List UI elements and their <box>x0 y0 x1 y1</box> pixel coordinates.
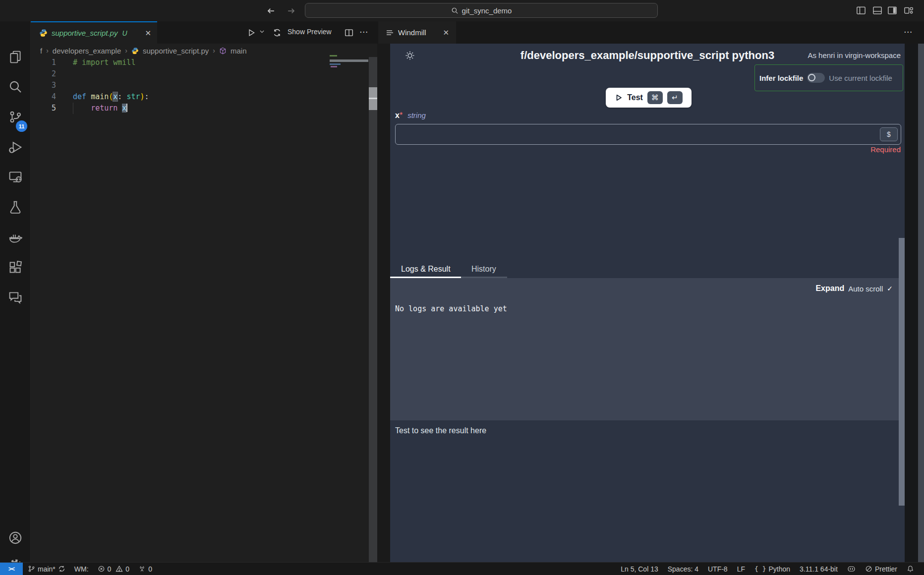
vscode-window: git_sync_demo 11 <box>0 0 924 575</box>
tab-label: supportive_script.py <box>52 29 117 37</box>
warning-count: 0 <box>125 565 129 573</box>
symbol-cube-icon <box>219 47 227 55</box>
remote-explorer-icon[interactable] <box>8 170 22 184</box>
webview-scrollbar-thumb[interactable] <box>899 238 905 506</box>
toggle-knob <box>808 74 815 81</box>
error-count: 0 <box>108 565 112 573</box>
tab-supportive-script[interactable]: supportive_script.py U ✕ <box>31 21 157 44</box>
split-editor-icon[interactable] <box>345 28 353 37</box>
git-branch-item[interactable]: main* <box>28 565 65 573</box>
test-button-label: Test <box>627 93 643 102</box>
toggle-secondary-sidebar-icon[interactable] <box>887 5 897 15</box>
code-editor[interactable]: 1# import wmill234def main(x: str):5 ret… <box>31 57 369 562</box>
ports-item[interactable]: 0 <box>138 565 152 573</box>
check-icon[interactable]: ✓ <box>887 285 893 292</box>
toggle-panel-icon[interactable] <box>872 5 882 15</box>
breadcrumb-separator: › <box>125 47 127 55</box>
windmill-tab-bar: Windmill ✕ ⋯ <box>378 21 924 44</box>
tab-git-status: U <box>122 29 127 37</box>
auto-scroll-label[interactable]: Auto scroll <box>848 285 883 293</box>
code-line[interactable]: 5 return x <box>31 103 369 114</box>
enter-key-icon: ↵ <box>667 91 683 104</box>
run-dropdown-chevron-icon[interactable] <box>259 28 265 37</box>
breadcrumb-file[interactable]: supportive_script.py <box>143 47 209 55</box>
error-icon <box>98 565 105 573</box>
customize-layout-icon[interactable] <box>904 5 914 15</box>
code-line[interactable]: 2 <box>31 68 369 80</box>
open-changes-icon[interactable] <box>273 28 282 37</box>
tab-logs-result[interactable]: Logs & Result <box>401 265 451 274</box>
windmill-webview: f/developers_example/supportive_script p… <box>390 44 905 562</box>
test-button[interactable]: Test ⌘ ↵ <box>606 88 692 108</box>
tab-close-icon[interactable]: ✕ <box>145 29 151 38</box>
arg-input[interactable] <box>395 124 901 145</box>
line-col-item[interactable]: Ln 5, Col 13 <box>621 565 658 573</box>
warning-icon <box>116 565 123 573</box>
editor-more-actions-icon[interactable]: ⋯ <box>359 27 368 37</box>
expand-button[interactable]: Expand <box>815 284 844 293</box>
breadcrumb: f › developers_example › supportive_scri… <box>31 44 377 58</box>
breadcrumb-separator: › <box>213 47 215 55</box>
tab-close-icon[interactable]: ✕ <box>443 28 449 37</box>
run-context: As henri in virgin-workspace <box>808 51 901 59</box>
run-debug-icon[interactable] <box>8 140 22 154</box>
arg-field-label: x* string <box>395 111 426 120</box>
minimap-comment-line <box>330 55 337 57</box>
explorer-icon[interactable] <box>8 50 22 64</box>
account-icon[interactable] <box>8 531 22 545</box>
minimap-slider[interactable] <box>330 59 368 62</box>
extensions-icon[interactable] <box>8 260 22 274</box>
branch-icon <box>28 565 35 573</box>
panel-gap <box>905 44 918 562</box>
minimap-code-line <box>330 63 341 65</box>
braces-icon: { } <box>754 565 766 573</box>
run-file-icon[interactable] <box>247 28 256 37</box>
code-line[interactable]: 3 <box>31 80 369 91</box>
tab-history[interactable]: History <box>471 265 496 274</box>
python-file-icon <box>131 47 139 55</box>
copilot-icon[interactable] <box>847 565 856 573</box>
windmill-more-actions-icon[interactable]: ⋯ <box>904 27 913 37</box>
show-preview-button[interactable]: Show Preview <box>288 28 332 36</box>
webview-scrollbar-track[interactable] <box>918 44 924 562</box>
command-center[interactable]: git_sync_demo <box>305 3 658 18</box>
code-line[interactable]: 4def main(x: str): <box>31 91 369 103</box>
code-line[interactable]: 1# import wmill <box>31 57 369 68</box>
indentation-item[interactable]: Spaces: 4 <box>668 565 698 573</box>
notifications-bell-icon[interactable] <box>907 565 914 573</box>
language-mode-item[interactable]: { } Python <box>754 565 790 573</box>
logs-panel: Expand Auto scroll ✓ No logs are availab… <box>390 278 905 420</box>
wm-status-item[interactable]: WM: <box>74 565 89 573</box>
comments-icon[interactable] <box>8 290 22 304</box>
search-icon <box>451 7 459 14</box>
breadcrumb-symbol[interactable]: main <box>231 47 247 55</box>
overview-ruler-cursor-marker <box>369 98 377 99</box>
eol-item[interactable]: LF <box>737 565 745 573</box>
testing-icon[interactable] <box>8 200 22 214</box>
required-message: Required <box>870 145 901 154</box>
problems-item[interactable]: 0 0 <box>98 565 130 573</box>
logs-empty-message: No logs are available yet <box>395 304 507 313</box>
cmd-key-icon: ⌘ <box>647 91 663 104</box>
python-interpreter-item[interactable]: 3.11.1 64-bit <box>800 565 838 573</box>
forward-arrow-icon[interactable] <box>287 6 296 16</box>
search-icon[interactable] <box>8 80 22 94</box>
remote-indicator[interactable]: >< <box>0 563 23 575</box>
tab-windmill[interactable]: Windmill ✕ <box>378 21 456 44</box>
list-icon <box>386 29 394 37</box>
back-arrow-icon[interactable] <box>266 6 276 16</box>
ports-count: 0 <box>148 565 152 573</box>
encoding-item[interactable]: UTF-8 <box>708 565 728 573</box>
use-current-lockfile-label: Use current lockfile <box>829 74 892 82</box>
breadcrumb-root[interactable]: f <box>40 47 42 55</box>
breadcrumb-folder[interactable]: developers_example <box>53 47 121 55</box>
lockfile-toggle[interactable] <box>807 73 825 83</box>
toggle-primary-sidebar-icon[interactable] <box>856 5 866 15</box>
variable-picker-button[interactable]: $ <box>880 127 898 141</box>
play-icon <box>615 94 623 102</box>
formatter-item[interactable]: Prettier <box>865 565 897 573</box>
language-name: Python <box>768 565 790 573</box>
editor-scrollbar[interactable] <box>369 57 377 562</box>
required-star: * <box>400 111 403 119</box>
docker-icon[interactable] <box>8 230 22 244</box>
